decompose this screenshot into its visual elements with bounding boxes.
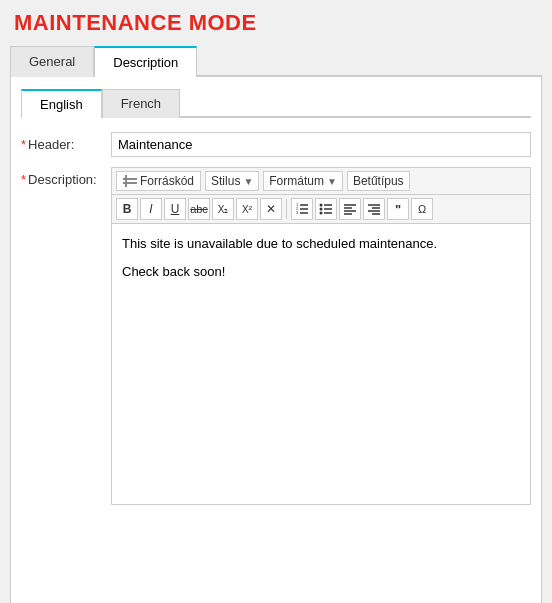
description-row: *Description: Forráskód Stilus ▼ Formátu… (21, 167, 531, 505)
style-arrow-icon: ▼ (243, 176, 253, 187)
page-title: MAINTENANCE MODE (0, 0, 552, 44)
required-star-header: * (21, 137, 26, 152)
eraser-icon: ✕ (266, 202, 276, 216)
inner-tab-bar: English French (21, 87, 531, 118)
header-label: *Header: (21, 132, 111, 152)
align-left-button[interactable] (339, 198, 361, 220)
source-code-button[interactable]: Forráskód (116, 171, 201, 191)
svg-point-10 (320, 208, 323, 211)
special-chars-button[interactable]: Ω (411, 198, 433, 220)
align-right-button[interactable] (363, 198, 385, 220)
ordered-list-icon: 123 (295, 202, 309, 216)
unordered-list-icon (319, 202, 333, 216)
source-code-label: Forráskód (140, 174, 194, 188)
font-select[interactable]: Betűtípus (347, 171, 410, 191)
ordered-list-button[interactable]: 123 (291, 198, 313, 220)
required-star-desc: * (21, 172, 26, 187)
editor-line-2: Check back soon! (122, 262, 520, 282)
tab-english[interactable]: English (21, 89, 102, 118)
toolbar-separator-1 (286, 199, 287, 219)
align-left-icon (343, 202, 357, 216)
superscript-button[interactable]: X² (236, 198, 258, 220)
source-code-icon (123, 174, 137, 188)
strikethrough-button[interactable]: abc (188, 198, 210, 220)
description-label: *Description: (21, 167, 111, 187)
style-label: Stilus (211, 174, 240, 188)
style-select[interactable]: Stilus ▼ (205, 171, 259, 191)
rich-text-editor: Forráskód Stilus ▼ Formátum ▼ Betűtípus … (111, 167, 531, 505)
svg-point-9 (320, 204, 323, 207)
header-input[interactable] (111, 132, 531, 157)
unordered-list-button[interactable] (315, 198, 337, 220)
tab-description[interactable]: Description (94, 46, 197, 77)
editor-content-area[interactable]: This site is unavailable due to schedule… (112, 224, 530, 504)
blockquote-button[interactable]: " (387, 198, 409, 220)
tab-french[interactable]: French (102, 89, 180, 118)
outer-tab-bar: General Description (10, 44, 542, 77)
editor-toolbar-top: Forráskód Stilus ▼ Formátum ▼ Betűtípus (112, 168, 530, 195)
bold-button[interactable]: B (116, 198, 138, 220)
tab-general[interactable]: General (10, 46, 94, 77)
format-select[interactable]: Formátum ▼ (263, 171, 343, 191)
svg-rect-2 (125, 175, 127, 187)
underline-button[interactable]: U (164, 198, 186, 220)
main-panel: English French *Header: *Description: Fo… (10, 77, 542, 603)
subscript-button[interactable]: X₂ (212, 198, 234, 220)
align-right-icon (367, 202, 381, 216)
editor-line-1: This site is unavailable due to schedule… (122, 234, 520, 254)
svg-point-11 (320, 212, 323, 215)
format-label: Formátum (269, 174, 324, 188)
italic-button[interactable]: I (140, 198, 162, 220)
header-row: *Header: (21, 132, 531, 157)
format-arrow-icon: ▼ (327, 176, 337, 187)
svg-text:3: 3 (296, 210, 299, 215)
editor-toolbar-bottom: B I U abc X₂ X² ✕ 123 (112, 195, 530, 224)
font-label: Betűtípus (353, 174, 404, 188)
eraser-button[interactable]: ✕ (260, 198, 282, 220)
